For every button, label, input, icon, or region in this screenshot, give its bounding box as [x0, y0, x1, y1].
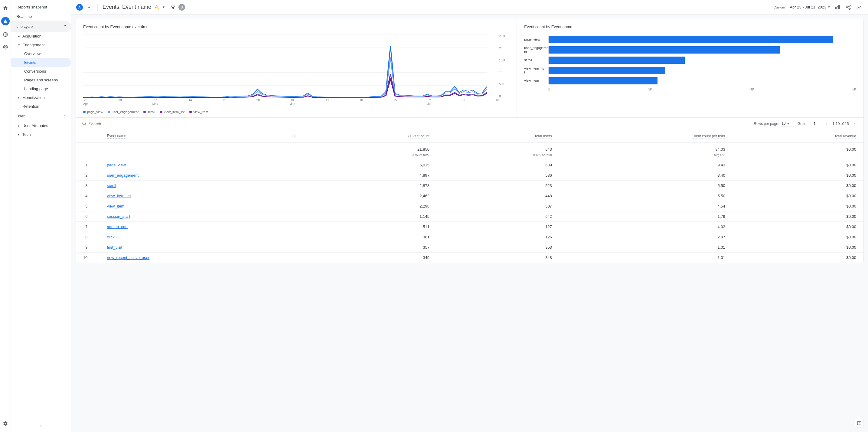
search-input[interactable] — [89, 122, 155, 126]
event-name-link[interactable]: view_item — [107, 204, 124, 209]
sidebar-section-label: Life cycle — [16, 24, 33, 29]
cell-per-user: 1.01 — [559, 253, 733, 263]
legend-label: view_item — [193, 110, 208, 114]
sidebar-item-retention[interactable]: Retention — [11, 102, 71, 111]
explore-icon[interactable] — [2, 31, 9, 38]
sidebar-item-tech[interactable]: ▸Tech — [11, 130, 71, 139]
share-icon[interactable] — [844, 3, 852, 11]
bar-label: page_view — [524, 37, 548, 41]
col-total-users[interactable]: Total users — [534, 134, 552, 139]
legend-label: user_engagement — [112, 110, 139, 114]
sidebar-item-label: Engagement — [22, 43, 45, 47]
cell-event-count: 511 — [306, 222, 437, 232]
table-row: 3 scroll 2,878 523 5.50 $0.00 — [76, 181, 864, 191]
event-name-link[interactable]: first_visit — [107, 245, 122, 250]
sidebar-item-events[interactable]: Events — [11, 58, 71, 67]
col-per-user[interactable]: Event count per user — [692, 134, 725, 139]
event-name-link[interactable]: page_view — [107, 163, 125, 167]
event-name-link[interactable]: click — [107, 235, 114, 239]
caret-right-icon: ▸ — [18, 96, 21, 99]
reports-icon[interactable] — [1, 17, 10, 25]
sidebar-item-user-attributes[interactable]: ▸User Attributes — [11, 121, 71, 130]
line-chart-x-axis: 23Apr3007May14212804Jun11182502Jul0916 — [83, 99, 509, 106]
filter-icon[interactable] — [170, 5, 176, 10]
legend-item[interactable]: view_item — [189, 110, 208, 114]
prev-page-button[interactable]: ‹ — [824, 121, 829, 127]
home-icon[interactable] — [2, 4, 9, 11]
legend-item[interactable]: page_view — [83, 110, 103, 114]
chevron-down-icon: ▼ — [828, 5, 831, 9]
rows-per-page-select[interactable]: 10 ▼ — [781, 121, 794, 126]
cell-total-users: 126 — [437, 232, 559, 242]
segment-chip-all-users[interactable]: A — [76, 4, 83, 10]
insights-icon[interactable] — [855, 3, 863, 11]
sidebar-item-label: Acquisition — [22, 34, 41, 38]
bar-fill — [549, 46, 780, 54]
legend-item[interactable]: scroll — [143, 110, 155, 114]
svg-point-19 — [83, 122, 85, 125]
cell-total-users: 507 — [437, 201, 559, 212]
event-name-link[interactable]: session_start — [107, 214, 130, 219]
bar-label: view_item — [524, 79, 548, 83]
bar-fill — [549, 57, 685, 64]
sidebar-item-reports-snapshot[interactable]: Reports snapshot — [11, 2, 71, 12]
cell-revenue: $0.00 — [733, 170, 864, 181]
chevron-up-icon: ⌃ — [63, 24, 67, 29]
sidebar-item-monetization[interactable]: ▸Monetization — [11, 93, 71, 102]
svg-line-12 — [847, 7, 849, 8]
gear-icon[interactable] — [2, 420, 9, 427]
customize-report-icon[interactable] — [834, 3, 841, 11]
events-table: Event name+ ↓Event count Total users Eve… — [76, 130, 864, 263]
cell-event-count: 6,015 — [306, 160, 437, 170]
add-comparison-button[interactable]: + — [86, 4, 93, 10]
cell-per-user: 9.43 — [559, 160, 733, 170]
col-revenue[interactable]: Total revenue — [834, 134, 856, 139]
add-dimension-button[interactable]: + — [293, 133, 296, 139]
legend-item[interactable]: view_item_list — [160, 110, 185, 114]
bar-chart: page_view user_engagement scroll view_it… — [524, 34, 856, 86]
sidebar-item-landing-page[interactable]: Landing page — [11, 84, 71, 93]
line-chart-panel: Event count by Event name over time 2.5K… — [76, 19, 517, 117]
sidebar-item-realtime[interactable]: Realtime — [11, 12, 71, 21]
bar-row: user_engagement — [524, 45, 856, 55]
next-page-button[interactable]: › — [852, 121, 858, 127]
sidebar-item-pages-screens[interactable]: Pages and screens — [11, 75, 71, 84]
cell-per-user: 1.01 — [559, 242, 733, 253]
sidebar-item-acquisition[interactable]: ▸Acquisition — [11, 32, 71, 40]
warning-icon[interactable] — [154, 5, 159, 10]
caret-right-icon: ▸ — [18, 124, 21, 127]
table-row: 1 page_view 6,015 639 9.43 $0.00 — [76, 160, 864, 170]
cell-revenue: $0.00 — [733, 191, 864, 201]
divider — [97, 4, 98, 10]
segment-chip-s[interactable]: S — [179, 4, 185, 10]
advertising-icon[interactable] — [2, 43, 9, 51]
sidebar-item-overview[interactable]: Overview — [11, 49, 71, 58]
feedback-button[interactable] — [855, 419, 864, 428]
chevron-up-icon: ⌃ — [63, 114, 67, 118]
collapse-sidebar-button[interactable]: ‹ — [40, 423, 42, 428]
cell-per-user: 5.50 — [559, 181, 733, 191]
goto-input[interactable] — [809, 122, 820, 126]
row-number: 4 — [76, 191, 99, 201]
row-number: 3 — [76, 181, 99, 191]
bar-track — [548, 67, 856, 74]
page-range-label: 1-10 of 15 — [832, 122, 849, 126]
event-name-link[interactable]: scroll — [107, 183, 116, 188]
svg-point-8 — [849, 5, 850, 6]
event-name-link[interactable]: view_item_list — [107, 194, 131, 198]
row-number: 6 — [76, 212, 99, 222]
col-event-count[interactable]: Event count — [410, 134, 430, 139]
bar-row: view_item — [524, 75, 856, 86]
sidebar-section-lifecycle[interactable]: Life cycle ⌃ — [11, 21, 71, 32]
date-range-picker[interactable]: Apr 23 - Jul 21, 2023▼ — [790, 5, 831, 9]
event-name-link[interactable]: add_to_cart — [107, 224, 128, 229]
sidebar-section-user[interactable]: User ⌃ — [11, 111, 71, 121]
sidebar-item-engagement[interactable]: ▾Engagement — [11, 40, 71, 49]
event-name-link[interactable]: new_recent_active_user — [107, 255, 149, 260]
legend-item[interactable]: user_engagement — [108, 110, 139, 114]
title-dropdown-button[interactable]: ▼ — [162, 5, 165, 9]
legend-label: view_item_list — [164, 110, 185, 114]
event-name-link[interactable]: user_engagement — [107, 173, 138, 178]
col-event-name[interactable]: Event name — [107, 134, 126, 138]
sidebar-item-conversions[interactable]: Conversions — [11, 67, 71, 75]
